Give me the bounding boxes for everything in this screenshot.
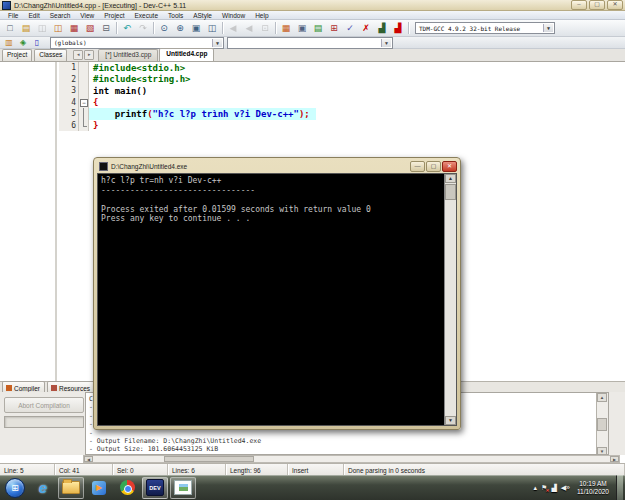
console-line: Press any key to continue . . . bbox=[101, 214, 442, 224]
editor-line: 5 printf("h?c l?p trình v?i Dev-c++"); bbox=[59, 108, 625, 120]
console-window[interactable]: D:\ChangZhi\Untitled4.exe — ▢ ✕ h?c l?p … bbox=[93, 157, 461, 430]
project-browser-panel[interactable] bbox=[0, 62, 57, 381]
chevron-down-icon[interactable]: ▼ bbox=[543, 24, 553, 32]
console-line: Process exited after 0.01599 seconds wit… bbox=[101, 205, 442, 215]
scrollbar-thumb[interactable] bbox=[597, 418, 607, 431]
run-icon[interactable]: ▣ bbox=[294, 21, 310, 36]
members-select[interactable]: ▼ bbox=[227, 37, 393, 49]
print-icon[interactable]: ⊟ bbox=[98, 21, 114, 36]
sidebar-tab-project[interactable]: Project bbox=[2, 49, 32, 61]
tab-scroll-arrow-icon[interactable]: ▸ bbox=[84, 50, 94, 60]
undo-icon[interactable]: ↶ bbox=[119, 21, 135, 36]
scrollbar-thumb[interactable] bbox=[445, 184, 456, 200]
sidebar-tab-classes[interactable]: Classes bbox=[34, 49, 67, 61]
editor-tab[interactable]: Untitled4.cpp bbox=[159, 48, 214, 61]
menu-edit[interactable]: Edit bbox=[23, 12, 44, 19]
editor-line: 3int main() bbox=[59, 85, 625, 97]
minimize-button[interactable]: ‒ bbox=[571, 0, 587, 10]
console-titlebar[interactable]: D:\ChangZhi\Untitled4.exe — ▢ ✕ bbox=[97, 160, 457, 173]
log-line: - Output Size: 101.6064453125 KiB bbox=[89, 445, 261, 453]
toggle-bookmark-icon[interactable]: ◈ bbox=[16, 37, 30, 49]
goto-bookmark-icon[interactable]: ▯ bbox=[30, 37, 44, 49]
code-text: #include<stdio.h> bbox=[89, 62, 191, 74]
photo-viewer[interactable] bbox=[170, 477, 196, 499]
tab-scroll-arrows: ◂▸ bbox=[73, 50, 94, 60]
scroll-right-icon[interactable]: ▶ bbox=[610, 456, 619, 462]
menu-view[interactable]: View bbox=[75, 12, 99, 19]
new-file-icon[interactable]: □ bbox=[2, 21, 18, 36]
close-button[interactable]: ✕ bbox=[607, 0, 623, 10]
menu-tools[interactable]: Tools bbox=[163, 12, 188, 19]
console-maximize-button[interactable]: ▢ bbox=[426, 161, 441, 172]
tab-scroll-arrow-icon[interactable]: ◂ bbox=[73, 50, 83, 60]
menu-window[interactable]: Window bbox=[217, 12, 250, 19]
hidden-icons-icon[interactable]: ▴ bbox=[533, 484, 537, 492]
network-icon[interactable]: ▟ bbox=[551, 484, 556, 492]
volume-icon[interactable]: ◀» bbox=[561, 484, 570, 492]
save-all-icon[interactable]: ▦ bbox=[66, 21, 82, 36]
console-output[interactable]: h?c l?p tr=nh v?i Dev-c++---------------… bbox=[97, 173, 457, 426]
log-vertical-scrollbar[interactable]: ▲ ▼ bbox=[596, 393, 608, 455]
console-minimize-button[interactable]: — bbox=[410, 161, 425, 172]
scroll-up-icon[interactable]: ▲ bbox=[445, 174, 456, 183]
windows-explorer[interactable] bbox=[58, 477, 84, 499]
menu-astyle[interactable]: AStyle bbox=[188, 12, 217, 19]
internet-explorer[interactable]: e bbox=[30, 477, 56, 499]
log-horizontal-scrollbar[interactable]: ◀ ▶ bbox=[83, 455, 620, 463]
editor-tab[interactable]: [*] Untitled3.cpp bbox=[98, 49, 158, 61]
chrome[interactable] bbox=[114, 477, 140, 499]
dev-cpp[interactable]: DEV bbox=[142, 477, 168, 499]
tab-row: ProjectClasses ◂▸ [*] Untitled3.cppUntit… bbox=[0, 49, 625, 62]
scroll-down-icon[interactable]: ▼ bbox=[445, 416, 456, 425]
scrollbar-thumb[interactable] bbox=[164, 456, 254, 462]
clock-time: 10:19 AM bbox=[579, 480, 606, 487]
profile-analysis-icon[interactable]: ▟ bbox=[374, 21, 390, 36]
menu-execute[interactable]: Execute bbox=[130, 12, 164, 19]
window-controls: ‒ ▢ ✕ bbox=[571, 0, 623, 10]
goto-line-icon[interactable]: ◫ bbox=[204, 21, 220, 36]
system-tray: ▴⚑▟◀» 10:19 AM 11/10/2020 bbox=[533, 475, 625, 500]
open-file-icon[interactable]: ▤ bbox=[18, 21, 34, 36]
line-number: 4 bbox=[59, 97, 79, 109]
console-line: -------------------------------- bbox=[101, 186, 442, 196]
scroll-up-icon[interactable]: ▲ bbox=[597, 393, 607, 402]
find-icon[interactable]: ⊙ bbox=[156, 21, 172, 36]
compile-run-icon[interactable]: ▤ bbox=[310, 21, 326, 36]
insert-snippet-icon[interactable]: ▥ bbox=[2, 37, 16, 49]
close-file-icon[interactable]: ▧ bbox=[82, 21, 98, 36]
fold-marker[interactable]: − bbox=[79, 97, 89, 109]
menu-help[interactable]: Help bbox=[250, 12, 273, 19]
menu-project[interactable]: Project bbox=[99, 12, 129, 19]
chevron-down-icon[interactable]: ▼ bbox=[212, 39, 222, 47]
console-close-button[interactable]: ✕ bbox=[442, 161, 457, 172]
compiler-select[interactable]: TDM-GCC 4.9.2 32-bit Release ▼ bbox=[415, 22, 555, 34]
action-center-flag-icon[interactable]: ⚑ bbox=[541, 484, 547, 492]
maximize-button[interactable]: ▢ bbox=[589, 0, 605, 10]
syntax-check-icon[interactable]: ✓ bbox=[342, 21, 358, 36]
abort-compilation-button[interactable]: Abort Compilation bbox=[4, 397, 84, 413]
devcpp-app-icon bbox=[2, 1, 11, 10]
taskbar-clock[interactable]: 10:19 AM 11/10/2020 bbox=[574, 480, 612, 495]
rebuild-all-icon[interactable]: ⊞ bbox=[326, 21, 342, 36]
scroll-down-icon[interactable]: ▼ bbox=[597, 447, 607, 455]
fold-collapse-icon[interactable]: − bbox=[80, 99, 88, 107]
menu-file[interactable]: File bbox=[3, 12, 23, 19]
globals-select[interactable]: (globals) ▼ bbox=[50, 37, 224, 49]
code-text: printf("h?c l?p trình v?i Dev-c++"); bbox=[89, 108, 316, 120]
media-player[interactable]: ▶ bbox=[86, 477, 112, 499]
compile-icon[interactable]: ▦ bbox=[278, 21, 294, 36]
save-as-icon[interactable]: ◫ bbox=[50, 21, 66, 36]
delete-profiling-icon[interactable]: ▟ bbox=[390, 21, 406, 36]
clock-date: 11/10/2020 bbox=[577, 488, 609, 495]
menu-search[interactable]: Search bbox=[45, 12, 76, 19]
console-scrollbar[interactable]: ▲ ▼ bbox=[444, 174, 456, 425]
chevron-down-icon[interactable]: ▼ bbox=[381, 39, 391, 47]
find-in-files-icon[interactable]: ▣ bbox=[188, 21, 204, 36]
replace-icon[interactable]: ⊛ bbox=[172, 21, 188, 36]
window-title: D:\ChangZhi\Untitled4.cpp - [Executing] … bbox=[14, 2, 186, 9]
start-button[interactable]: ⊞ bbox=[2, 477, 28, 499]
main-toolbar: □▤◫◫▦▧⊟↶↷⊙⊛▣◫◀◀⊡▦▣▤⊞✓✗▟▟ TDM-GCC 4.9.2 3… bbox=[0, 20, 625, 37]
abort-compilation-icon[interactable]: ✗ bbox=[358, 21, 374, 36]
show-desktop-button[interactable] bbox=[616, 475, 623, 500]
scroll-left-icon[interactable]: ◀ bbox=[84, 456, 93, 462]
